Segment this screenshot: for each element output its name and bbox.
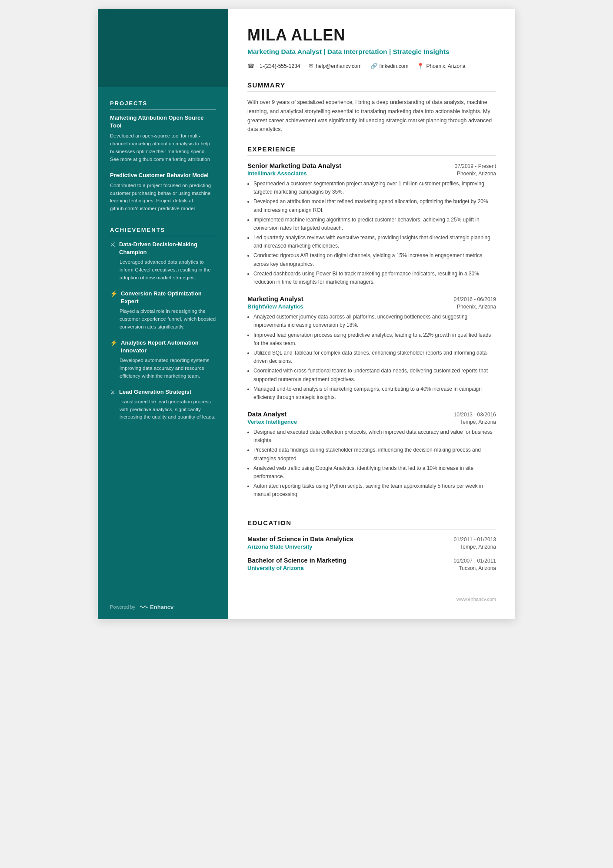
edu-item-1: Master of Science in Data Analytics 01/2…: [247, 536, 496, 550]
contact-row: ☎ +1-(234)-555-1234 ✉ help@enhancv.com 🔗…: [247, 63, 496, 69]
edu-item-2: Bachelor of Science in Marketing 01/2007…: [247, 557, 496, 571]
edu-school-row-1: Arizona State University Tempe, Arizona: [247, 543, 496, 550]
job-company-row-2: BrightView Analytics Phoenix, Arizona: [247, 303, 496, 310]
achievement-item: ⚔ Lead Generation Strategist Transformed…: [110, 388, 216, 422]
achievements-title: ACHIEVEMENTS: [110, 227, 216, 236]
bolt-icon: ⚡: [110, 290, 117, 297]
achievement-item: ⚡ Analytics Report Automation Innovator …: [110, 339, 216, 380]
resume-container: PROJECTS Marketing Attribution Open Sour…: [98, 9, 515, 619]
bullet: Led quarterly analytics reviews with exe…: [253, 234, 496, 250]
bullet: Automated reporting tasks using Python s…: [253, 482, 496, 499]
experience-title: EXPERIENCE: [247, 145, 496, 156]
footer-website: www.enhancv.com: [456, 597, 496, 602]
education-section: EDUCATION Master of Science in Data Anal…: [247, 519, 496, 578]
project-item: Predictive Customer Behavior Model Contr…: [110, 171, 216, 213]
achievement-item: ⚡ Conversion Rate Optimization Expert Pl…: [110, 290, 216, 331]
job-company-row-1: Intellimark Associates Phoenix, Arizona: [247, 170, 496, 177]
location-value: Phoenix, Arizona: [426, 63, 465, 69]
achievement-header: ⚔ Lead Generation Strategist: [110, 388, 216, 396]
job-company-1: Intellimark Associates: [247, 170, 307, 177]
bullet: Implemented machine learning algorithms …: [253, 216, 496, 232]
enhancv-name: Enhancv: [150, 604, 173, 610]
candidate-title: Marketing Data Analyst | Data Interpreta…: [247, 47, 496, 57]
project-title-1: Marketing Attribution Open Source Tool: [110, 114, 216, 130]
achievement-header: ⚔ Data-Driven Decision-Making Champion: [110, 241, 216, 256]
enhancv-brand: Enhancv: [139, 604, 173, 610]
contact-phone: ☎ +1-(234)-555-1234: [247, 63, 300, 69]
bullet: Designed and executed data collection pr…: [253, 428, 496, 445]
achievement-title-4: Lead Generation Strategist: [119, 388, 191, 396]
job-item-3: Data Analyst 10/2013 - 03/2016 Vertex In…: [247, 410, 496, 499]
achievement-title-1: Data-Driven Decision-Making Champion: [119, 241, 216, 256]
job-header-1: Senior Marketing Data Analyst 07/2019 - …: [247, 162, 496, 169]
sidebar-top-decoration: [98, 9, 228, 87]
job-title-3: Data Analyst: [247, 410, 287, 418]
project-item: Marketing Attribution Open Source Tool D…: [110, 114, 216, 164]
edu-school-row-2: University of Arizona Tucson, Arizona: [247, 565, 496, 571]
bullet: Coordinated with cross-functional teams …: [253, 367, 496, 383]
bullet: Created dashboards using Power BI to tra…: [253, 270, 496, 286]
edu-dates-2: 01/2007 - 01/2011: [454, 558, 496, 564]
bullet: Improved lead generation process using p…: [253, 331, 496, 348]
contact-linkedin: 🔗 linkedin.com: [370, 63, 409, 69]
bullet: Analyzed web traffic using Google Analyt…: [253, 464, 496, 481]
job-item-2: Marketing Analyst 04/2016 - 06/2019 Brig…: [247, 295, 496, 402]
edu-degree-2: Bachelor of Science in Marketing: [247, 557, 346, 564]
job-location-2: Phoenix, Arizona: [457, 304, 496, 310]
job-header-2: Marketing Analyst 04/2016 - 06/2019: [247, 295, 496, 302]
bullet: Conducted rigorous A/B testing on digita…: [253, 251, 496, 268]
trophy-icon: ⚔: [110, 241, 116, 248]
linkedin-value: linkedin.com: [380, 63, 409, 69]
education-title: EDUCATION: [247, 519, 496, 530]
achievement-desc-2: Played a pivotal role in redesigning the…: [110, 308, 216, 331]
bullet: Managed end-to-end analysis of marketing…: [253, 385, 496, 402]
edu-header-1: Master of Science in Data Analytics 01/2…: [247, 536, 496, 543]
job-bullets-3: Designed and executed data collection pr…: [247, 428, 496, 499]
job-dates-1: 07/2019 - Present: [455, 163, 496, 169]
edu-location-2: Tucson, Arizona: [459, 565, 496, 571]
job-company-row-3: Vertex Intelligence Tempe, Arizona: [247, 419, 496, 425]
candidate-name: MILA ALLEN: [247, 26, 496, 44]
project-title-2: Predictive Customer Behavior Model: [110, 171, 216, 179]
bullet: Presented data findings during stakehold…: [253, 446, 496, 462]
bullet: Utilized SQL and Tableau for complex dat…: [253, 349, 496, 365]
achievement-header: ⚡ Conversion Rate Optimization Expert: [110, 290, 216, 305]
achievement-desc-1: Leveraged advanced data analytics to inf…: [110, 258, 216, 282]
achievement-item: ⚔ Data-Driven Decision-Making Champion L…: [110, 241, 216, 282]
summary-text: With over 9 years of specialized experie…: [247, 98, 496, 134]
job-header-3: Data Analyst 10/2013 - 03/2016: [247, 410, 496, 418]
sidebar-content: PROJECTS Marketing Attribution Open Sour…: [98, 87, 228, 448]
powered-by-label: Powered by: [110, 604, 135, 610]
linkedin-icon: 🔗: [370, 63, 377, 69]
achievement-desc-4: Transformed the lead generation process …: [110, 398, 216, 421]
edu-degree-1: Master of Science in Data Analytics: [247, 536, 353, 543]
sidebar: PROJECTS Marketing Attribution Open Sour…: [98, 9, 228, 619]
trophy-icon: ⚔: [110, 389, 116, 395]
job-item-1: Senior Marketing Data Analyst 07/2019 - …: [247, 162, 496, 286]
job-dates-2: 04/2016 - 06/2019: [454, 296, 496, 302]
phone-value: +1-(234)-555-1234: [257, 63, 300, 69]
job-bullets-1: Spearheaded a customer segmentation proj…: [247, 180, 496, 286]
bullet: Analyzed customer journey data across al…: [253, 313, 496, 329]
job-location-3: Tempe, Arizona: [460, 419, 496, 425]
location-icon: 📍: [417, 63, 424, 69]
job-dates-3: 10/2013 - 03/2016: [454, 412, 496, 418]
email-icon: ✉: [309, 63, 313, 69]
bullet: Developed an attribution model that refi…: [253, 198, 496, 214]
summary-section: SUMMARY With over 9 years of specialized…: [247, 81, 496, 134]
job-location-1: Phoenix, Arizona: [457, 171, 496, 177]
phone-icon: ☎: [247, 63, 254, 69]
contact-location: 📍 Phoenix, Arizona: [417, 63, 465, 69]
achievement-title-3: Analytics Report Automation Innovator: [121, 339, 216, 355]
experience-section: EXPERIENCE Senior Marketing Data Analyst…: [247, 145, 496, 508]
project-desc-2: Contributed to a project focused on pred…: [110, 182, 216, 213]
job-title-1: Senior Marketing Data Analyst: [247, 162, 341, 169]
contact-email: ✉ help@enhancv.com: [309, 63, 361, 69]
main-footer: www.enhancv.com: [247, 590, 496, 602]
bolt-icon: ⚡: [110, 339, 117, 346]
enhancv-logo-icon: [139, 604, 148, 610]
email-value: help@enhancv.com: [316, 63, 361, 69]
edu-dates-1: 01/2011 - 01/2013: [454, 536, 496, 543]
main-content: MILA ALLEN Marketing Data Analyst | Data…: [228, 9, 515, 619]
edu-header-2: Bachelor of Science in Marketing 01/2007…: [247, 557, 496, 564]
